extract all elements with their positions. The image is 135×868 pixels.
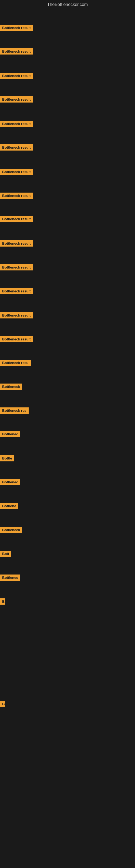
bottleneck-badge: Bottleneck result (0, 312, 33, 318)
bottleneck-item[interactable]: Bottleneck result (0, 73, 33, 80)
bottleneck-item[interactable]: Bottleneck res (0, 407, 29, 415)
bottleneck-badge: Bottleneck result (0, 48, 33, 55)
bottleneck-item[interactable]: Bottlenec (0, 431, 20, 438)
bottleneck-badge: Bottlene (0, 503, 18, 509)
bottleneck-badge: Bottleneck result (0, 121, 33, 127)
bottleneck-badge: Bottle (0, 455, 14, 461)
bottleneck-badge: Bottlenec (0, 575, 20, 581)
bottleneck-badge: B (0, 598, 5, 604)
bottleneck-item[interactable]: Bottleneck result (0, 144, 33, 152)
bottleneck-item[interactable]: Bottleneck result (0, 48, 33, 56)
bottleneck-item[interactable]: Bottleneck result (0, 264, 33, 272)
bottleneck-item[interactable]: Bottle (0, 455, 14, 463)
bottleneck-badge: Bottlenec (0, 479, 20, 485)
bottleneck-item[interactable]: Bottleneck result (0, 96, 33, 104)
bottleneck-item[interactable]: Bottleneck result (0, 169, 33, 176)
bottleneck-item[interactable]: Bottleneck result (0, 121, 33, 128)
bottleneck-item[interactable]: Bottleneck result (0, 240, 33, 248)
bottleneck-item[interactable]: B (0, 701, 5, 708)
bottleneck-badge: Bottleneck result (0, 264, 33, 271)
bottleneck-badge: Bottleneck result (0, 288, 33, 294)
bottleneck-badge: Bottleneck result (0, 240, 33, 247)
bottleneck-item[interactable]: Bottleneck (0, 383, 22, 391)
bottleneck-badge: Bott (0, 551, 11, 557)
bottleneck-item[interactable]: Bottleneck result (0, 288, 33, 296)
site-title: TheBottlenecker.com (0, 0, 135, 9)
bottleneck-item[interactable]: Bottleneck result (0, 312, 33, 319)
bottleneck-item[interactable]: Bottleneck result (0, 25, 33, 32)
bottleneck-item[interactable]: Bottlene (0, 503, 18, 510)
bottleneck-badge: Bottleneck result (0, 144, 33, 151)
bottleneck-badge: Bottleneck result (0, 193, 33, 199)
bottleneck-item[interactable]: Bottleneck result (0, 336, 33, 343)
bottleneck-badge: B (0, 701, 5, 707)
bottleneck-item[interactable]: Bottlenec (0, 479, 20, 486)
bottleneck-badge: Bottleneck result (0, 96, 33, 102)
bottleneck-badge: Bottleneck (0, 527, 22, 533)
bottleneck-item[interactable]: Bottleneck result (0, 193, 33, 200)
bottleneck-badge: Bottleneck (0, 383, 22, 390)
bottleneck-item[interactable]: B (0, 598, 5, 606)
bottleneck-item[interactable]: Bott (0, 551, 11, 558)
bottleneck-badge: Bottleneck resu (0, 360, 31, 366)
bottleneck-badge: Bottleneck result (0, 216, 33, 222)
bottleneck-badge: Bottlenec (0, 431, 20, 437)
bottleneck-item[interactable]: Bottlenec (0, 575, 20, 582)
bottleneck-item[interactable]: Bottleneck result (0, 216, 33, 223)
bottleneck-badge: Bottleneck result (0, 73, 33, 79)
bottleneck-badge: Bottleneck result (0, 25, 33, 31)
bottleneck-item[interactable]: Bottleneck (0, 527, 22, 534)
bottleneck-item[interactable]: Bottleneck resu (0, 360, 31, 367)
bottleneck-badge: Bottleneck res (0, 407, 29, 414)
bottleneck-badge: Bottleneck result (0, 169, 33, 175)
bottleneck-badge: Bottleneck result (0, 336, 33, 342)
